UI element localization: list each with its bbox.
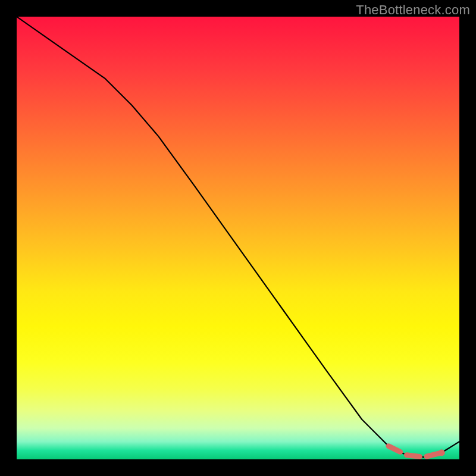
highlight-end-dot (439, 449, 445, 456)
chart-svg (17, 17, 459, 459)
main-curve (17, 17, 459, 457)
watermark: TheBottleneck.com (356, 2, 470, 18)
highlight-dashed-curve (389, 446, 441, 458)
